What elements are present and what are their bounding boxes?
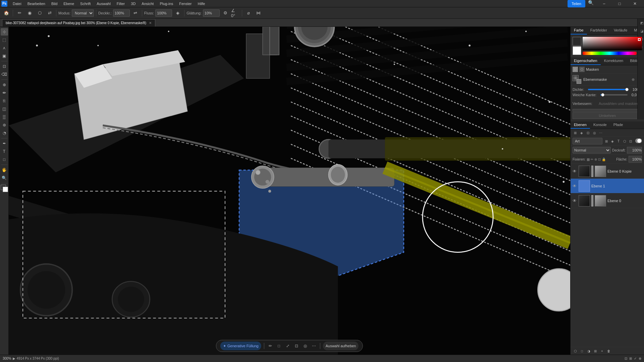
menu-bearbeiten[interactable]: Bearbeiten xyxy=(25,1,48,6)
stamp-tool[interactable]: ⎘ xyxy=(1,97,8,105)
tab-eigenschaften[interactable]: Eigenschaften xyxy=(571,57,601,65)
add-group-icon[interactable]: ⊞ xyxy=(593,348,598,354)
filter-icon-5[interactable]: ⊡ xyxy=(628,138,633,144)
crop-icon[interactable]: ⊡ xyxy=(293,343,300,349)
filter-more-icon[interactable]: ⋯ xyxy=(598,130,603,135)
foreground-color-swatch[interactable] xyxy=(573,37,581,46)
settings-icon[interactable]: ⚙ xyxy=(221,9,230,17)
symmetry-icon[interactable]: ⋈ xyxy=(254,9,263,17)
layer-ebene0[interactable]: 👁 Ebene 0 xyxy=(571,193,644,208)
healing-tool[interactable]: ⊕ xyxy=(1,81,8,88)
bottom-icon-4[interactable]: ⊕ xyxy=(639,357,641,360)
document-tab[interactable]: bike-3073082 nattapol deejitwasin auf Pi… xyxy=(2,19,155,26)
ebenenmaske-add-icon[interactable]: ⊕ xyxy=(630,77,636,82)
dodge-tool[interactable]: ◔ xyxy=(1,129,8,137)
home-icon[interactable]: 🏠 xyxy=(2,9,11,17)
tab-konsole[interactable]: Konsole xyxy=(590,121,610,129)
dichte-thumb[interactable] xyxy=(625,88,629,91)
brush-tool-icon[interactable]: ✏ xyxy=(15,9,24,17)
hand-tool[interactable]: 🖐 xyxy=(1,166,8,174)
gradient-tool[interactable]: ▒ xyxy=(1,113,8,121)
menu-plugins[interactable]: Plug-ins xyxy=(157,1,176,6)
weiche-kante-slider[interactable] xyxy=(598,94,629,96)
tab-close-icon[interactable]: ✕ xyxy=(149,21,152,25)
maximize-button[interactable]: □ xyxy=(612,0,627,7)
flow-input[interactable] xyxy=(155,9,172,17)
menu-datei[interactable]: Datei xyxy=(10,1,24,6)
menu-bild[interactable]: Bild xyxy=(49,1,60,6)
bottom-icon-3[interactable]: ✓ xyxy=(634,357,637,360)
visibility-icon-1[interactable]: 👁 xyxy=(573,184,577,188)
color-swap-icon[interactable]: ⇄ xyxy=(45,9,54,17)
lock-position-icon[interactable]: ⊕ xyxy=(594,158,597,161)
add-adjustment-icon[interactable]: ◑ xyxy=(586,348,591,354)
color-gradient-field[interactable] xyxy=(583,37,642,50)
filter-icon-1[interactable]: ⊞ xyxy=(604,138,609,144)
farbbereich-button[interactable] xyxy=(573,109,642,112)
bottom-icon-2[interactable]: ⊞ xyxy=(629,357,632,360)
eraser-tool[interactable]: ◫ xyxy=(1,105,8,113)
pressure-icon[interactable]: ⌀ xyxy=(244,9,253,17)
tab-ebenen[interactable]: Ebenen xyxy=(571,121,590,129)
add-layer-icon[interactable]: + xyxy=(599,348,605,354)
hue-slider[interactable] xyxy=(583,52,637,55)
lock-transparent-icon[interactable]: ▩ xyxy=(587,158,590,161)
lock-pixels-icon[interactable]: ✏ xyxy=(591,158,593,161)
menu-auswahl[interactable]: Auswahl xyxy=(94,1,113,6)
move-tool[interactable]: ⊹ xyxy=(1,28,8,36)
add-styles-icon[interactable]: ⬡ xyxy=(573,348,578,354)
visibility-icon-0[interactable]: 👁 xyxy=(573,169,577,174)
brush-preview-icon[interactable]: ⬡ xyxy=(35,9,44,17)
text-tool[interactable]: T xyxy=(1,148,8,155)
pen-tool[interactable]: ✒ xyxy=(1,140,8,147)
menu-filter[interactable]: Filter xyxy=(114,1,127,6)
filter-type-icon[interactable]: ⊡ xyxy=(585,130,591,135)
bottom-icon-1[interactable]: ⊡ xyxy=(625,357,627,360)
filter-smart-icon[interactable]: ◎ xyxy=(592,130,597,135)
filter-kind-icon[interactable]: ⊞ xyxy=(573,130,578,135)
lock-all-icon[interactable]: 🔒 xyxy=(602,158,606,161)
filter-icon-4[interactable]: ⬡ xyxy=(622,138,627,144)
visibility-icon-2[interactable]: 👁 xyxy=(573,198,577,203)
layer-ebene0kopie[interactable]: 👁 Ebene 0 Kopie xyxy=(571,164,644,179)
menu-ansicht[interactable]: Ansicht xyxy=(139,1,156,6)
dichte-slider[interactable] xyxy=(586,89,631,90)
transform-icon[interactable]: □ xyxy=(276,343,282,349)
weiche-thumb[interactable] xyxy=(601,93,604,97)
brush-tool[interactable]: ✏ xyxy=(1,89,8,97)
canvas-area[interactable]: ✦ Generative Füllung ✏ □ ⤢ ⊡ ◎ ⋯ Auswahl… xyxy=(9,27,570,355)
flaeche-input[interactable] xyxy=(629,156,642,163)
layer-opacity-input[interactable] xyxy=(627,147,642,154)
object-select-tool[interactable]: ▣ xyxy=(1,52,8,60)
filter-toggle[interactable] xyxy=(635,138,642,143)
umkehren-button[interactable]: Umkehren xyxy=(573,112,642,119)
more-options-icon[interactable]: ⋯ xyxy=(311,343,317,349)
menu-3d[interactable]: 3D xyxy=(128,1,138,6)
zoom-tool[interactable]: 🔍 xyxy=(1,174,8,182)
flow-icon[interactable]: ◈ xyxy=(173,9,182,17)
layers-search-input[interactable] xyxy=(573,138,602,144)
menu-ebene[interactable]: Ebene xyxy=(61,1,77,6)
blur-tool[interactable]: ⊛ xyxy=(1,121,8,129)
menu-fenster[interactable]: Fenster xyxy=(176,1,194,6)
filter-icon-3[interactable]: T xyxy=(616,138,621,144)
layer-blend-select[interactable]: Normal xyxy=(573,147,611,154)
panel-icon-2[interactable]: ◪ xyxy=(638,27,644,35)
tab-farbfelder[interactable]: Farbfelder xyxy=(587,27,610,35)
close-button[interactable]: ✕ xyxy=(627,0,643,7)
filter-icon-2[interactable]: ◈ xyxy=(610,138,615,144)
tab-verlauf[interactable]: Verläufe xyxy=(610,27,631,35)
menu-hilfe[interactable]: Hilfe xyxy=(195,1,208,6)
share-button[interactable]: Teilen xyxy=(568,0,585,7)
crop-tool[interactable]: ⊡ xyxy=(1,63,8,70)
edit-icon[interactable]: ✏ xyxy=(267,343,274,349)
angle-icon[interactable]: ∠ 0° xyxy=(231,9,240,17)
tab-farbe[interactable]: Farbe xyxy=(571,27,587,35)
search-icon[interactable]: 🔍 xyxy=(588,0,594,7)
background-color-swatch[interactable] xyxy=(573,46,581,55)
canvas-image[interactable] xyxy=(9,27,570,355)
selection-tool[interactable]: ⬚ xyxy=(1,36,8,44)
generative-fill-button[interactable]: ✦ Generative Füllung xyxy=(220,342,261,350)
share-btn[interactable]: Teilen xyxy=(568,0,585,7)
filter-adj-icon[interactable]: ◈ xyxy=(579,130,584,135)
